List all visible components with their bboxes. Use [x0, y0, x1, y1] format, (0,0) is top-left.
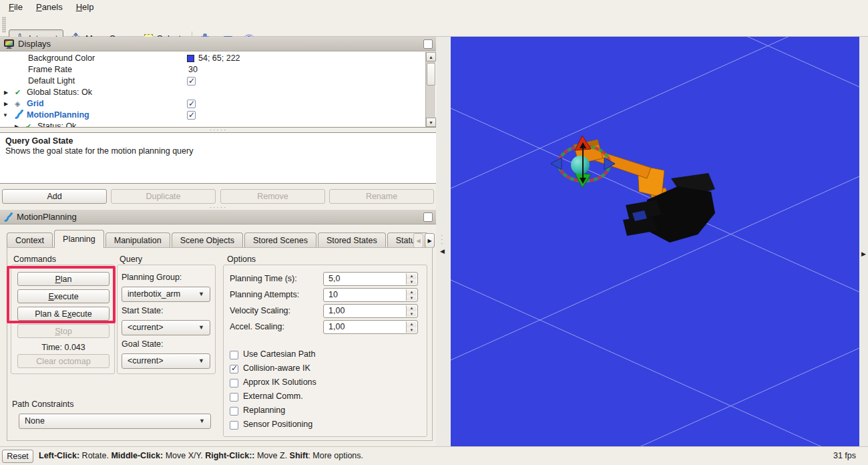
collision-aware-ik-checkbox[interactable] — [230, 365, 238, 373]
external-comm-checkbox[interactable] — [230, 393, 238, 402]
approx-ik-solutions-checkbox[interactable] — [230, 379, 238, 388]
toolbar-drag-handle[interactable] — [2, 17, 6, 33]
tab-stored-scenes[interactable]: Stored Scenes — [244, 232, 316, 248]
spinner-arrows[interactable]: ▲▼ — [406, 273, 417, 285]
planning-group-value: interbotix_arm — [128, 289, 180, 299]
external-comm-option[interactable]: External Comm. — [230, 390, 303, 402]
query-section-title: Query — [120, 255, 142, 264]
plan-and-execute-button[interactable]: Plan & Execute — [17, 307, 110, 321]
spinner-arrows[interactable]: ▲▼ — [406, 321, 417, 333]
expander-icon[interactable]: ▶ — [4, 98, 8, 110]
start-state-select[interactable]: <current> ▼ — [122, 320, 210, 335]
tab-scene-objects[interactable]: Scene Objects — [172, 232, 243, 248]
checkbox-label: Collision-aware IK — [243, 363, 310, 373]
planning-attempts-label: Planning Attempts: — [230, 288, 299, 302]
grid-display-label[interactable]: Grid — [27, 98, 44, 110]
velocity-scaling-value: 1,00 — [329, 306, 345, 315]
use-cartesian-path-option[interactable]: Use Cartesian Path — [230, 348, 315, 360]
spinner-arrows[interactable]: ▲▼ — [406, 305, 417, 317]
tree-row-global-status[interactable]: ▶ ✔ Global Status: Ok — [0, 87, 425, 98]
sensor-positioning-option[interactable]: Sensor Positioning — [230, 418, 312, 430]
scroll-down-button[interactable]: ▼ — [426, 118, 436, 127]
sensor-positioning-checkbox[interactable] — [230, 421, 238, 430]
motion-planning-panel-header[interactable]: MotionPlanning — [0, 210, 436, 224]
motion-planning-display-label[interactable]: MotionPlanning — [27, 110, 89, 121]
planning-time-label: Planning Time (s): — [230, 272, 297, 286]
replanning-checkbox[interactable] — [230, 407, 238, 416]
velocity-scaling-label: Velocity Scaling: — [230, 304, 290, 318]
add-display-button[interactable]: Add — [2, 189, 107, 204]
tree-row-motion-planning[interactable]: ▼ MotionPlanning — [0, 110, 425, 121]
help-description: Shows the goal state for the motion plan… — [5, 146, 431, 156]
motion-planning-collapse-button[interactable] — [423, 212, 433, 222]
duplicate-display-button[interactable]: Duplicate — [111, 189, 216, 204]
tab-context[interactable]: Context — [7, 232, 53, 248]
tree-scrollbar[interactable]: ▲ ▼ — [425, 52, 435, 127]
tab-stored-states[interactable]: Stored States — [318, 232, 386, 248]
velocity-scaling-spinbox[interactable]: 1,00 ▲▼ — [323, 304, 418, 318]
use-cartesian-path-checkbox[interactable] — [230, 351, 238, 359]
path-constraints-select[interactable]: None ▼ — [19, 414, 211, 429]
collision-aware-ik-option[interactable]: Collision-aware IK — [230, 362, 310, 374]
tab-planning[interactable]: Planning — [54, 230, 104, 248]
replanning-option[interactable]: Replanning — [230, 404, 285, 416]
property-value[interactable]: 30 — [188, 64, 198, 75]
displays-panel-header[interactable]: Displays — [0, 37, 436, 51]
path-constraints-section-title: Path Constraints — [12, 400, 73, 409]
goal-state-select[interactable]: <current> ▼ — [122, 353, 210, 369]
accel-scaling-spinbox[interactable]: 1,00 ▲▼ — [323, 320, 418, 334]
tab-manipulation[interactable]: Manipulation — [105, 232, 170, 248]
goal-state-label: Goal State: — [122, 339, 164, 349]
3d-viewport[interactable] — [451, 37, 859, 446]
displays-tree[interactable]: Background Color 54; 65; 222 Frame Rate … — [0, 51, 436, 128]
stop-button[interactable]: Stop — [17, 324, 110, 338]
views-panel-splitter[interactable]: ▶ — [859, 37, 868, 446]
tab-scroll-left-button[interactable]: ◀ — [413, 233, 423, 248]
status-bar: Reset Left-Click: Rotate. Middle-Click: … — [0, 446, 868, 465]
panel-splitter[interactable]: ··· ◀ — [436, 37, 451, 446]
displays-collapse-button[interactable] — [423, 39, 433, 49]
expander-icon[interactable]: ▶ — [15, 121, 19, 128]
menu-help[interactable]: Help — [69, 2, 101, 12]
clear-octomap-button[interactable]: Clear octomap — [17, 354, 110, 368]
expander-icon[interactable]: ▶ — [4, 87, 8, 98]
mouse-hints: Left-Click: Rotate. Middle-Click: Move X… — [39, 447, 363, 465]
approx-ik-solutions-option[interactable]: Approx IK Solutions — [230, 376, 316, 388]
planning-group-select[interactable]: interbotix_arm ▼ — [122, 287, 210, 302]
menu-bar: File Panels Help — [0, 0, 868, 13]
accel-scaling-label: Accel. Scaling: — [230, 320, 284, 334]
start-state-value: <current> — [128, 323, 164, 332]
plan-button[interactable]: Plan — [17, 272, 110, 286]
expander-icon[interactable]: ▼ — [3, 110, 8, 121]
expand-right-icon[interactable]: ▶ — [861, 251, 866, 257]
motion-planning-enabled-checkbox[interactable] — [187, 111, 196, 120]
property-value[interactable]: 54; 65; 222 — [198, 53, 240, 64]
default-light-checkbox[interactable] — [187, 77, 196, 86]
scroll-up-button[interactable]: ▲ — [426, 52, 436, 61]
planning-time-spinbox[interactable]: 5,0 ▲▼ — [323, 272, 418, 286]
tree-row-background-color[interactable]: Background Color 54; 65; 222 — [0, 53, 425, 64]
interactive-marker — [551, 136, 615, 188]
reset-button[interactable]: Reset — [2, 450, 33, 463]
planning-attempts-spinbox[interactable]: 10 ▲▼ — [323, 288, 418, 302]
displays-monitor-icon — [4, 39, 14, 49]
remove-display-button[interactable]: Remove — [220, 189, 325, 204]
rename-display-button[interactable]: Rename — [329, 189, 434, 204]
displays-panel-title: Displays — [18, 39, 51, 49]
motion-planning-tabs: Context Planning Manipulation Scene Obje… — [7, 231, 429, 248]
tab-scroll-right-button[interactable]: ▶ — [425, 233, 435, 248]
commands-section-title: Commands — [13, 255, 56, 264]
accel-scaling-value: 1,00 — [329, 322, 345, 331]
tree-row-frame-rate[interactable]: Frame Rate 30 — [0, 64, 425, 75]
scrollbar-thumb[interactable] — [427, 63, 435, 86]
tree-row-default-light[interactable]: Default Light — [0, 75, 425, 87]
spinner-arrows[interactable]: ▲▼ — [406, 289, 417, 301]
menu-file[interactable]: File — [2, 2, 29, 12]
options-section-title: Options — [227, 255, 256, 264]
grid-enabled-checkbox[interactable] — [187, 100, 196, 108]
execute-button[interactable]: Execute — [17, 289, 110, 303]
3d-scene — [451, 37, 859, 446]
collapse-left-icon[interactable]: ◀ — [440, 248, 445, 255]
menu-panels[interactable]: Panels — [29, 2, 69, 12]
tree-row-grid[interactable]: ▶ ◈ Grid — [0, 98, 425, 110]
